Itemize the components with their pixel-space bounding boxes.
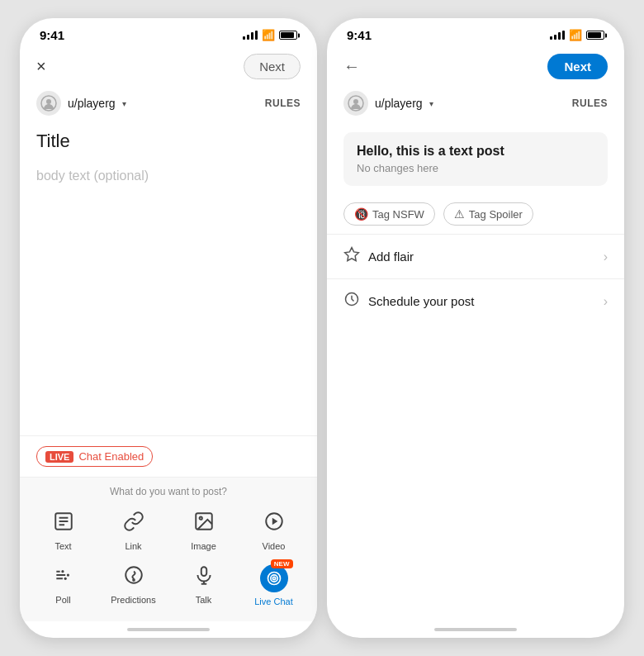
avatar-2 — [343, 91, 368, 116]
signal-icon — [243, 31, 258, 40]
spoiler-icon: ⚠ — [454, 207, 465, 221]
video-icon — [263, 511, 285, 537]
user-selector-1[interactable]: u/playerg ▾ — [36, 91, 126, 116]
post-type-label: What do you want to post? — [20, 486, 317, 497]
talk-label: Talk — [196, 595, 212, 605]
mic-icon — [193, 564, 215, 591]
poll-icon — [53, 564, 74, 591]
rules-button-2[interactable]: RULES — [572, 97, 608, 109]
post-type-poll[interactable]: Poll — [28, 558, 98, 613]
phone-1: 9:41 📶 × Next — [20, 18, 317, 638]
close-button[interactable]: × — [36, 57, 46, 76]
link-label: Link — [125, 541, 141, 551]
svg-point-25 — [353, 99, 358, 104]
tag-spoiler-button[interactable]: ⚠ Tag Spoiler — [443, 202, 533, 226]
svg-rect-18 — [201, 567, 206, 576]
wifi-icon: 📶 — [262, 29, 275, 41]
home-bar-2 — [434, 628, 517, 631]
video-label: Video — [263, 541, 286, 551]
svg-point-23 — [272, 577, 275, 579]
user-selector-2[interactable]: u/playerg ▾ — [343, 91, 433, 116]
spoiler-label: Tag Spoiler — [469, 208, 523, 221]
tag-nsfw-button[interactable]: 🔞 Tag NSFW — [343, 202, 435, 226]
home-indicator-2 — [327, 621, 624, 638]
svg-point-13 — [61, 570, 64, 573]
post-type-link[interactable]: Link — [98, 504, 168, 558]
chevron-right-icon-2: › — [604, 294, 608, 309]
status-bar-1: 9:41 📶 — [20, 18, 317, 47]
chevron-down-icon-1: ▾ — [122, 99, 126, 108]
svg-point-1 — [46, 99, 51, 104]
tags-row: 🔞 Tag NSFW ⚠ Tag Spoiler — [327, 194, 624, 234]
app-container: 9:41 📶 × Next — [0, 0, 644, 656]
predictions-label: Predictions — [111, 595, 155, 605]
nsfw-label: Tag NSFW — [372, 208, 424, 221]
chat-enabled-label: Chat Enabled — [78, 450, 144, 463]
post-types-grid: Text Link — [20, 504, 317, 621]
status-icons-1: 📶 — [243, 29, 297, 41]
image-icon — [193, 511, 215, 537]
text-icon — [53, 511, 74, 537]
poll-label: Poll — [55, 595, 70, 605]
time-1: 9:41 — [40, 28, 64, 42]
battery-icon — [279, 31, 297, 40]
new-badge: NEW — [271, 559, 293, 568]
post-preview-subtitle: No changes here — [357, 162, 594, 174]
signal-icon-2 — [550, 31, 565, 40]
rules-button-1[interactable]: RULES — [265, 97, 301, 109]
svg-marker-9 — [272, 518, 277, 525]
wifi-icon-2: 📶 — [569, 29, 582, 41]
back-button[interactable]: ← — [343, 57, 360, 76]
avatar-1 — [36, 91, 61, 116]
live-tag: LIVE — [45, 451, 73, 463]
body-field[interactable]: body text (optional) — [20, 159, 317, 193]
status-icons-2: 📶 — [550, 29, 604, 41]
next-button[interactable]: Next — [244, 54, 301, 79]
post-type-livechat[interactable]: NEW Live Chat — [239, 558, 309, 613]
live-badge[interactable]: LIVE Chat Enabled — [36, 446, 153, 467]
chevron-down-icon-2: ▾ — [429, 99, 433, 108]
title-field[interactable]: Title — [20, 124, 317, 159]
schedule-item[interactable]: Schedule your post › — [327, 278, 624, 323]
chevron-right-icon-1: › — [604, 250, 608, 264]
add-flair-label: Add flair — [368, 250, 414, 264]
post-type-predictions[interactable]: Predictions — [98, 558, 168, 613]
predictions-icon — [123, 564, 144, 591]
svg-point-17 — [133, 579, 135, 581]
svg-point-15 — [64, 578, 66, 580]
username-2: u/playerg — [375, 97, 423, 110]
clock-icon — [343, 291, 360, 311]
post-type-talk[interactable]: Talk — [168, 558, 239, 613]
add-flair-item[interactable]: Add flair › — [327, 234, 624, 278]
svg-point-22 — [270, 575, 277, 582]
livechat-label: Live Chat — [254, 597, 292, 606]
battery-icon-2 — [586, 31, 604, 40]
svg-point-7 — [199, 517, 201, 520]
post-type-text[interactable]: Text — [28, 504, 98, 558]
user-row-1: u/playerg ▾ RULES — [20, 86, 317, 124]
post-type-section: What do you want to post? Text — [20, 477, 317, 621]
livechat-icon: NEW — [260, 564, 288, 592]
schedule-left: Schedule your post — [343, 291, 474, 311]
status-bar-2: 9:41 📶 — [327, 18, 624, 47]
post-preview-title: Hello, this is a text post — [357, 144, 594, 159]
phone-2: 9:41 📶 ← Next — [327, 18, 624, 638]
post-preview-box: Hello, this is a text post No changes he… — [343, 132, 608, 186]
time-2: 9:41 — [347, 28, 372, 42]
user-row-2: u/playerg ▾ RULES — [327, 86, 624, 124]
svg-point-21 — [268, 573, 280, 585]
username-1: u/playerg — [68, 97, 116, 110]
live-chat-bar: LIVE Chat Enabled — [20, 435, 317, 477]
add-flair-left: Add flair — [343, 246, 414, 267]
flair-icon — [343, 246, 360, 267]
home-bar-1 — [127, 628, 210, 631]
nsfw-icon: 🔞 — [354, 207, 368, 221]
phone1-header: × Next — [20, 47, 317, 86]
post-type-video[interactable]: Video — [239, 504, 309, 558]
schedule-label: Schedule your post — [368, 294, 474, 308]
post-type-image[interactable]: Image — [168, 504, 239, 558]
link-icon — [123, 511, 144, 537]
text-label: Text — [54, 541, 71, 551]
next-button-2[interactable]: Next — [547, 54, 608, 79]
phone2-header: ← Next — [327, 47, 624, 86]
